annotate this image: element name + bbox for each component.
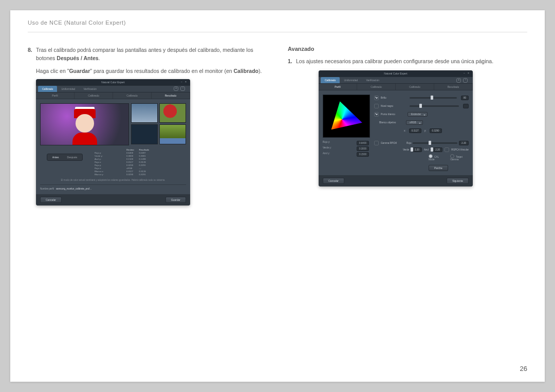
sub-tabs: Perfil Calibrado Calibrado Resultado: [36, 92, 190, 99]
brightness-slider[interactable]: [410, 97, 457, 99]
main-tabs: Calibrado Uniformidad Verificación ⚙?: [36, 85, 190, 92]
tab-verificacion[interactable]: Verificación: [79, 86, 101, 92]
whitetarget-dropdown[interactable]: sRGB: [406, 120, 423, 125]
gamma-red-slider[interactable]: [413, 142, 457, 144]
section-header: Uso de NCE (Natural Color Expert): [28, 20, 527, 32]
subtab-cal1[interactable]: Calibrado: [75, 92, 113, 99]
thumb-apple[interactable]: [159, 103, 186, 123]
sync-checkbox[interactable]: [445, 147, 449, 152]
window-title-bar: Natural Color Expert −×: [319, 70, 473, 77]
save-instruction: Haga clic en "Guardar" para guardar los …: [36, 67, 267, 75]
brightness-value[interactable]: 80: [461, 96, 469, 100]
sync-label: RGPCA Vincular: [451, 148, 469, 151]
manual-page: Uso de NCE (Natural Color Expert) 8. Tra…: [10, 10, 545, 382]
black-level-label: Nivel negro: [381, 105, 405, 107]
gamma-blue-slider[interactable]: [430, 149, 431, 151]
minimize-icon[interactable]: −: [181, 80, 184, 83]
tab-calibrado[interactable]: Calibrado: [38, 86, 57, 92]
gamma-control: Gamma RPCM Rojo2.20: [374, 141, 469, 145]
gear-icon[interactable]: ⚙: [456, 78, 461, 83]
black-level-slider[interactable]: [410, 105, 459, 107]
right-column: Avanzado 1. Los ajustes necesarios para …: [288, 46, 527, 206]
x-value[interactable]: 0.3127: [409, 128, 421, 133]
gamma-blue-value[interactable]: 2.20: [433, 147, 442, 152]
gamut-diagram: [323, 95, 370, 138]
whitetarget-control: Blanco objetivo sRGB: [379, 120, 469, 125]
gamma-red-value[interactable]: 2.20: [459, 141, 469, 145]
step-8: 8. Tras el calibrado podrá comparar las …: [28, 46, 267, 63]
tab-verificacion[interactable]: Verificación: [362, 77, 383, 83]
figure-advanced-settings: Natural Color Expert −× Calibrado Unifor…: [319, 70, 527, 186]
window-footer: Cancelar Siguiente: [319, 175, 473, 186]
columns: 8. Tras el calibrado podrá comparar las …: [28, 46, 527, 206]
preview-thumbnails: [131, 103, 186, 144]
subtab-cal1[interactable]: Calibrado: [357, 84, 396, 90]
help-icon[interactable]: ?: [463, 78, 468, 83]
figure-calibration-result: Natural Color Expert −× Calibrado Unifor…: [36, 79, 267, 206]
gamma-green-value[interactable]: 2.20: [412, 147, 422, 152]
main-tabs: Calibrado Uniformidad Verificación ⚙?: [319, 77, 473, 84]
app-window: Natural Color Expert −× Calibrado Unifor…: [36, 79, 190, 206]
window-body: AntesDespués Rojo y:Verde y:Azul y: Rojo…: [36, 99, 190, 194]
bottom-settings-row: Rojo y:0.6400 Verde y:0.3000 Azul y:0.15…: [323, 141, 469, 171]
whitepoint-label: Punto blanco: [381, 113, 405, 116]
stats-table: Rojo y:Verde y:Azul y: Rojo x:Rojo y:Roj…: [95, 148, 186, 176]
advanced-heading: Avanzado: [288, 46, 527, 52]
brightness-checkbox[interactable]: [374, 96, 379, 100]
black-level-value[interactable]: [463, 104, 469, 108]
next-button[interactable]: Siguiente: [447, 178, 469, 184]
whitepoint-dropdown[interactable]: Estándar: [408, 112, 428, 117]
whitepoint-control: Punto blanco Estándar: [374, 112, 469, 117]
hint-text: El modo de color actual cambiará y adopt…: [40, 179, 186, 181]
subtab-cal2[interactable]: Calibrado: [113, 92, 152, 99]
cancel-button[interactable]: Cancelar: [40, 197, 62, 203]
before-after-toggle[interactable]: AntesDespués: [40, 154, 89, 161]
whitetarget-label: Blanco objetivo: [379, 121, 404, 124]
subtab-perfil[interactable]: Perfil: [319, 84, 357, 90]
sub-tabs: Perfil Calibrado Calibrado Resultado: [319, 84, 473, 90]
preview-panel: [40, 103, 186, 145]
page-number: 26: [520, 365, 527, 372]
subtab-cal2[interactable]: Calibrado: [396, 84, 434, 90]
step-text: Tras el calibrado podrá comparar las pan…: [36, 46, 267, 63]
gamma-mode: CAL Mode Target Gamma: [429, 154, 469, 161]
window-body: Brillo 80 Nivel negro: [319, 90, 473, 175]
black-level-control: Nivel negro: [374, 104, 469, 108]
gear-icon[interactable]: ⚙: [174, 86, 178, 91]
profile-row: Nombre perfil samsung_monitor_calibrate_…: [40, 184, 186, 190]
patches-button[interactable]: Parche: [429, 165, 448, 171]
xy-row: x:0.3127 y:0.3290: [404, 128, 469, 133]
help-icon[interactable]: ?: [180, 86, 185, 91]
thumb-field[interactable]: [159, 124, 186, 144]
close-icon[interactable]: ×: [185, 80, 188, 83]
app-window: Natural Color Expert −× Calibrado Unifor…: [319, 70, 473, 186]
rgb-target-table: Rojo y:0.6400 Verde y:0.3000 Azul y:0.15…: [323, 141, 369, 158]
cancel-button[interactable]: Cancelar: [323, 178, 344, 184]
gamma-green: Verde2.20 Azul2.20 RGPCA Vincular: [403, 147, 469, 152]
y-value[interactable]: 0.3290: [430, 128, 442, 133]
step-1: 1. Los ajustes necesarios para calibrar …: [288, 57, 527, 65]
subtab-resultado[interactable]: Resultado: [152, 92, 190, 99]
mode-target[interactable]: Target Gamma: [450, 154, 469, 161]
preview-main-image: [40, 103, 129, 145]
brightness-control: Brillo 80: [374, 96, 469, 100]
mode-cal[interactable]: CAL Mode: [429, 154, 443, 161]
thumb-dark[interactable]: [131, 124, 158, 144]
left-column: 8. Tras el calibrado podrá comparar las …: [28, 46, 267, 206]
window-title-bar: Natural Color Expert −×: [36, 79, 190, 85]
minimize-icon[interactable]: −: [464, 71, 467, 74]
close-icon[interactable]: ×: [468, 71, 471, 74]
gamma-checkbox[interactable]: [374, 141, 379, 145]
whitepoint-checkbox[interactable]: [374, 112, 379, 117]
tab-uniformidad[interactable]: Uniformidad: [57, 86, 79, 92]
brightness-label: Brillo: [381, 97, 405, 99]
save-button[interactable]: Guardar: [165, 197, 186, 203]
window-footer: Cancelar Guardar: [36, 194, 190, 206]
profile-value: samsung_monitor_calibrate_prof...: [56, 188, 91, 190]
thumb-sky[interactable]: [131, 103, 158, 123]
black-level-checkbox[interactable]: [374, 104, 379, 108]
tab-uniformidad[interactable]: Uniformidad: [340, 77, 362, 83]
subtab-perfil[interactable]: Perfil: [36, 92, 75, 99]
subtab-resultado[interactable]: Resultado: [434, 84, 473, 90]
tab-calibrado[interactable]: Calibrado: [321, 77, 340, 83]
